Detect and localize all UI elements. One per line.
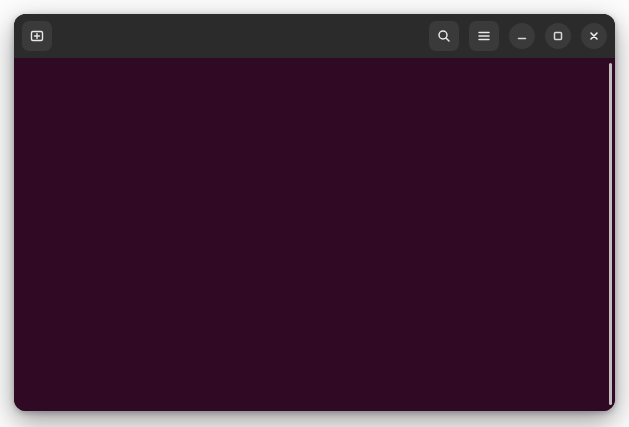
blank-line: [14, 63, 615, 78]
titlebar: [14, 14, 615, 58]
titlebar-actions: [419, 21, 607, 51]
close-button[interactable]: [581, 23, 607, 49]
hamburger-icon: [476, 28, 492, 44]
terminal-screen: [14, 58, 615, 411]
function-key-bar: [14, 78, 615, 93]
minimize-icon: [515, 29, 529, 43]
menu-button[interactable]: [469, 21, 499, 51]
scrollbar[interactable]: [609, 63, 612, 405]
maximize-icon: [551, 29, 565, 43]
new-tab-icon: [29, 28, 45, 44]
search-button[interactable]: [429, 21, 459, 51]
maximize-button[interactable]: [545, 23, 571, 49]
new-tab-button[interactable]: [22, 21, 52, 51]
terminal-window: [14, 14, 615, 411]
search-icon: [436, 28, 452, 44]
minimize-button[interactable]: [509, 23, 535, 49]
close-icon: [587, 29, 601, 43]
